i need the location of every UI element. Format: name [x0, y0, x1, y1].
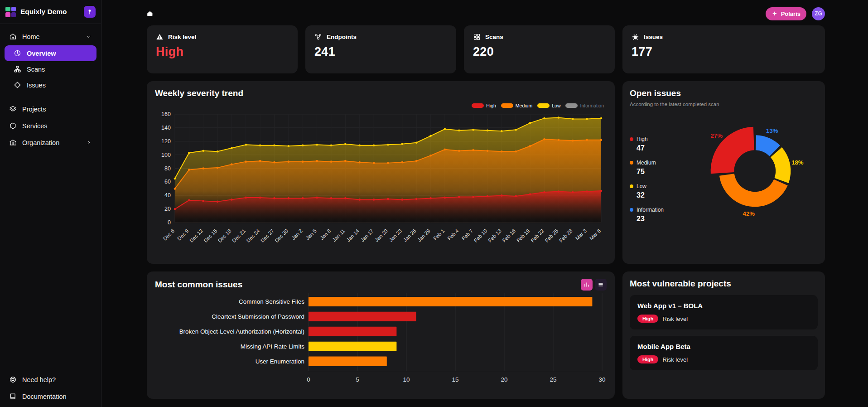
nav-label: Documentation [22, 393, 67, 400]
legend-value: 32 [637, 191, 685, 199]
svg-text:Feb 22: Feb 22 [530, 228, 545, 243]
sidebar-item-documentation[interactable]: Documentation [5, 388, 96, 404]
main-content: Polaris ZG Risk level High Endpoints 24 [101, 0, 868, 407]
svg-text:User Enumeration: User Enumeration [256, 358, 304, 365]
stat-card-endpoints: Endpoints 241 [305, 25, 456, 73]
project-item[interactable]: Mobile App Beta High Risk level [630, 336, 818, 370]
svg-text:Jan 5: Jan 5 [305, 228, 318, 241]
risk-badge: High [637, 315, 658, 323]
logo-square [11, 7, 16, 12]
sidebar: Equixly Demo Home Overview [0, 0, 101, 407]
svg-text:20: 20 [501, 376, 508, 383]
grid-icon [473, 33, 481, 41]
sidebar-item-services[interactable]: Services [5, 118, 96, 134]
sidebar-footer: Need help? Documentation [5, 372, 96, 404]
nav-label: Home [22, 33, 40, 40]
panel-title: Most common issues [155, 280, 242, 290]
topbar-actions: Polaris ZG [766, 7, 825, 20]
risk-label: Risk level [662, 315, 688, 322]
pin-icon [87, 9, 93, 15]
pin-sidebar-button[interactable] [84, 6, 96, 18]
chart-view-toggle [581, 279, 607, 291]
project-name: Mobile App Beta [637, 343, 810, 350]
sidebar-item-need-help[interactable]: Need help? [5, 372, 96, 388]
open-issues-card: Open issues According to the latest comp… [622, 81, 825, 264]
svg-text:Jan 20: Jan 20 [374, 228, 389, 243]
svg-text:140: 140 [161, 125, 171, 131]
legend-item-medium: Medium 75 [630, 160, 685, 176]
topbar: Polaris ZG [147, 5, 825, 23]
bar-chart-view-button[interactable] [581, 279, 593, 291]
legend-dot [630, 208, 633, 212]
svg-text:Dec 27: Dec 27 [260, 228, 275, 243]
legend-dot [630, 161, 633, 165]
weekly-severity-trend-card: Weekly severity trend High Medium Low In… [147, 81, 615, 264]
list-view-button[interactable] [595, 279, 607, 291]
sidebar-item-overview[interactable]: Overview [5, 45, 96, 61]
legend-label: Low [637, 183, 646, 189]
svg-text:Feb 28: Feb 28 [558, 228, 574, 243]
svg-text:0: 0 [307, 376, 310, 383]
svg-text:Mar 3: Mar 3 [574, 228, 588, 241]
svg-text:Dec 21: Dec 21 [231, 228, 246, 243]
legend-label: High [637, 136, 648, 142]
open-issues-donut-chart[interactable]: 13%18%42%27% [685, 119, 818, 225]
pie-chart-icon [14, 49, 21, 57]
project-item[interactable]: Web App v1 – BOLA High Risk level [630, 295, 818, 329]
svg-text:25: 25 [550, 376, 557, 383]
home-icon [9, 33, 17, 40]
svg-text:Jan 8: Jan 8 [319, 228, 332, 241]
nodes-icon [314, 33, 322, 41]
hierarchy-icon [14, 65, 21, 73]
polaris-button[interactable]: Polaris [766, 7, 806, 20]
project-name: Web App v1 – BOLA [637, 302, 810, 310]
svg-text:Jan 23: Jan 23 [388, 228, 403, 243]
svg-text:Missing API Rate Limits: Missing API Rate Limits [241, 343, 304, 350]
bar-chart-icon [583, 281, 590, 288]
breadcrumb-home-icon [147, 10, 153, 17]
user-avatar[interactable]: ZG [812, 7, 825, 20]
sidebar-item-scans[interactable]: Scans [5, 61, 96, 77]
stat-label: Risk level [168, 34, 196, 40]
legend-value: 23 [637, 215, 685, 223]
sidebar-header: Equixly Demo [0, 0, 101, 24]
svg-text:18%: 18% [791, 159, 804, 166]
bug-icon [632, 33, 639, 41]
dashboard-grid: Risk level High Endpoints 241 Scans 220 [147, 25, 825, 399]
nav-label: Services [22, 122, 48, 130]
svg-text:Jan 14: Jan 14 [345, 228, 360, 243]
svg-text:Dec 6: Dec 6 [162, 228, 176, 242]
chevron-down-icon [86, 34, 92, 40]
common-issues-bar-chart[interactable]: 051015202530Common Sensitive FilesCleart… [155, 291, 607, 391]
panel-title: Open issues [630, 88, 818, 98]
logo-square [5, 7, 10, 12]
open-issues-legend: High 47 Medium 75 Low 32 Information 23 [630, 119, 685, 225]
most-common-issues-card: Most common issues 051015202530Common Se… [147, 271, 615, 399]
sidebar-item-organization[interactable]: Organization [5, 135, 96, 150]
svg-text:Dec 12: Dec 12 [188, 228, 204, 243]
app-title: Equixly Demo [20, 8, 67, 16]
svg-text:Broken Object-Level Authorizat: Broken Object-Level Authorization (Horiz… [179, 328, 304, 335]
severity-trend-chart[interactable]: 020406080100120140160Dec 6Dec 9Dec 12Dec… [155, 107, 607, 257]
legend-dot [630, 184, 633, 188]
sidebar-nav: Home Overview Scans Issues [0, 24, 101, 150]
legend-label: Medium [637, 160, 656, 166]
stat-value-scans: 220 [473, 45, 606, 59]
legend-item-information: Information 23 [630, 207, 685, 223]
sidebar-item-issues[interactable]: Issues [5, 77, 96, 93]
svg-text:80: 80 [164, 165, 171, 172]
building-icon [9, 139, 17, 146]
svg-text:27%: 27% [710, 132, 723, 139]
svg-text:120: 120 [161, 138, 171, 145]
most-vulnerable-projects-card: Most vulnerable projects Web App v1 – BO… [622, 271, 825, 399]
svg-text:Feb 16: Feb 16 [501, 228, 516, 243]
sidebar-item-projects[interactable]: Projects [5, 101, 96, 117]
book-icon [9, 392, 17, 400]
legend-label: Information [637, 207, 664, 213]
svg-text:Dec 15: Dec 15 [203, 228, 218, 243]
svg-text:Dec 9: Dec 9 [176, 228, 190, 242]
sidebar-item-home[interactable]: Home [5, 29, 96, 44]
svg-text:Cleartext Submission of Passwo: Cleartext Submission of Password [212, 313, 304, 320]
diamond-icon [14, 81, 21, 89]
stat-card-scans: Scans 220 [464, 25, 615, 73]
